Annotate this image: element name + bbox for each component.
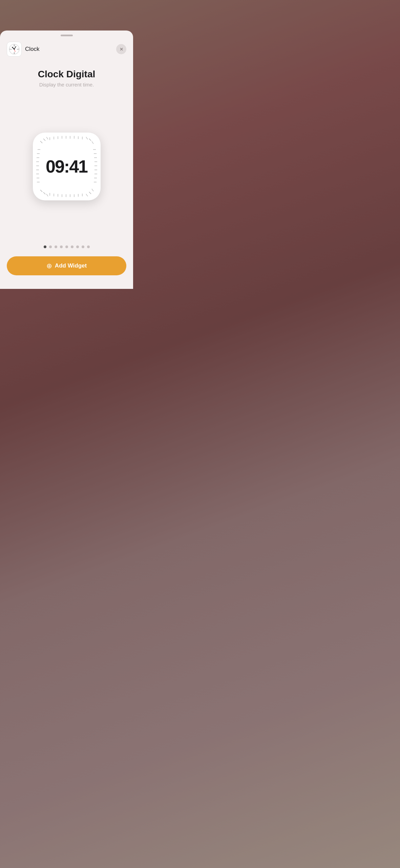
pagination-dot-1[interactable]: [49, 245, 52, 248]
svg-line-61: [43, 192, 45, 194]
close-icon: ✕: [120, 47, 123, 52]
widget-subtitle: Display the current time.: [0, 82, 133, 94]
pagination-dots: [0, 239, 133, 256]
add-widget-button[interactable]: ⊕ Add Widget: [7, 256, 126, 275]
clock-widget-preview: 09:41: [33, 133, 101, 200]
pagination-dot-4[interactable]: [65, 245, 68, 248]
pagination-dot-5[interactable]: [71, 245, 73, 248]
svg-line-57: [92, 189, 93, 191]
pagination-dot-6[interactable]: [76, 245, 79, 248]
svg-point-14: [14, 49, 15, 50]
pagination-dot-0[interactable]: [44, 245, 46, 248]
add-widget-label: Add Widget: [55, 262, 87, 269]
close-button[interactable]: ✕: [116, 44, 126, 54]
pagination-dot-2[interactable]: [55, 245, 57, 248]
svg-line-62: [40, 190, 42, 192]
svg-line-56: [92, 141, 93, 144]
svg-line-55: [89, 139, 91, 141]
plus-circle-icon: ⊕: [46, 262, 52, 269]
pagination-dot-8[interactable]: [87, 245, 90, 248]
svg-line-54: [86, 137, 88, 139]
svg-line-52: [43, 139, 45, 141]
svg-line-59: [86, 194, 88, 196]
bottom-sheet: 12 3 6 9 Clock ✕: [0, 31, 133, 289]
app-name-label: Clock: [25, 46, 40, 53]
svg-text:12: 12: [14, 45, 15, 47]
svg-line-51: [40, 141, 42, 143]
main-container: 12 3 6 9 Clock ✕: [0, 0, 133, 289]
svg-line-58: [89, 192, 91, 194]
app-info: 12 3 6 9 Clock: [7, 42, 40, 57]
preview-area: 09:41: [0, 94, 133, 239]
pagination-dot-7[interactable]: [82, 245, 84, 248]
top-spacer: [0, 0, 133, 31]
pagination-dot-3[interactable]: [60, 245, 63, 248]
app-icon: 12 3 6 9: [7, 42, 22, 57]
widget-title: Clock Digital: [0, 62, 133, 82]
svg-line-53: [46, 137, 48, 139]
clock-time-display: 09:41: [46, 156, 87, 177]
clock-app-icon-svg: 12 3 6 9: [8, 43, 21, 56]
svg-line-60: [46, 194, 48, 196]
sheet-header: 12 3 6 9 Clock ✕: [0, 36, 133, 62]
